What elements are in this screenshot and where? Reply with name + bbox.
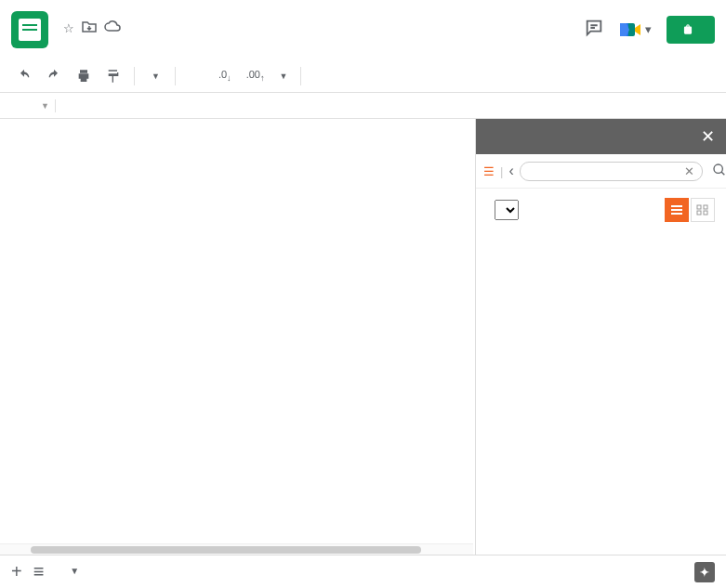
zoom-select[interactable]: ▼ — [142, 72, 167, 81]
more-tools-button[interactable] — [309, 72, 320, 80]
all-sheets-button[interactable]: ≡ — [33, 561, 45, 582]
sheets-app-icon[interactable] — [11, 11, 48, 48]
decrease-decimal-button[interactable]: .0↓ — [213, 65, 237, 86]
sort-select[interactable] — [495, 200, 519, 220]
spreadsheet-grid[interactable] — [0, 119, 475, 555]
add-sheet-button[interactable]: + — [11, 561, 22, 582]
sheet-tab-1[interactable]: ▼ — [55, 560, 90, 583]
view-list-button[interactable] — [665, 198, 689, 222]
header: ☆ ▾ — [0, 0, 726, 59]
format-currency-button[interactable] — [183, 72, 194, 80]
print-button[interactable] — [71, 65, 97, 87]
cloud-status-icon[interactable] — [104, 20, 121, 36]
chart-search-input[interactable] — [528, 164, 684, 178]
meet-button[interactable]: ▾ — [619, 20, 652, 39]
chart-search-box[interactable]: ✕ — [520, 162, 703, 181]
horizontal-scrollbar[interactable] — [0, 543, 473, 555]
clear-search-icon[interactable]: ✕ — [684, 164, 694, 178]
svg-rect-6 — [704, 211, 707, 215]
format-percent-button[interactable] — [198, 72, 209, 80]
back-icon[interactable]: ‹ — [508, 163, 513, 179]
star-icon[interactable]: ☆ — [63, 21, 74, 35]
hamburger-icon[interactable]: ☰ — [483, 164, 495, 178]
view-category-button[interactable] — [691, 198, 715, 222]
paint-format-button[interactable] — [100, 65, 126, 87]
redo-button[interactable] — [41, 65, 67, 87]
share-button[interactable] — [667, 16, 715, 44]
undo-button[interactable] — [11, 65, 37, 87]
increase-decimal-button[interactable]: .00↑ — [241, 65, 271, 86]
chartexpo-panel: ✕ ☰ | ‹ ✕ 🔔 — [475, 119, 726, 555]
toolbar: ▼ .0↓ .00↑ ▼ — [0, 59, 726, 93]
explore-button[interactable]: ✦ — [694, 562, 715, 582]
svg-rect-4 — [704, 205, 707, 209]
svg-rect-3 — [697, 205, 701, 209]
search-icon[interactable] — [712, 163, 726, 180]
number-format-select[interactable]: ▼ — [274, 68, 294, 85]
comment-history-icon[interactable] — [584, 18, 604, 41]
formula-bar: ▼ — [0, 93, 726, 119]
name-box[interactable]: ▼ — [0, 99, 56, 112]
svg-rect-5 — [697, 211, 701, 215]
move-to-folder-icon[interactable] — [82, 20, 97, 36]
close-icon[interactable]: ✕ — [701, 126, 715, 147]
sheet-tabs-bar: + ≡ ▼ ✦ — [0, 555, 726, 588]
svg-point-2 — [714, 164, 722, 173]
